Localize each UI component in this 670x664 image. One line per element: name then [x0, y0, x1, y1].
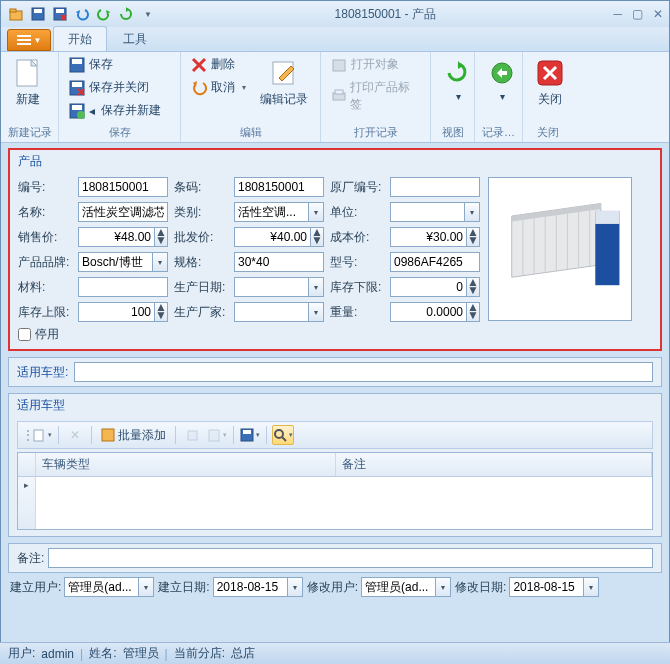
field-maxstock[interactable] — [78, 302, 154, 322]
weight-spinner[interactable]: ▲▼ — [466, 302, 480, 322]
grid-corner[interactable] — [18, 453, 36, 476]
grid-empty-area[interactable] — [36, 477, 652, 529]
label-barcode: 条码: — [174, 179, 228, 196]
toolbar-grip-icon: ⋮ — [22, 428, 28, 442]
field-category[interactable] — [234, 202, 308, 222]
field-unit[interactable] — [390, 202, 464, 222]
field-barcode[interactable] — [234, 177, 324, 197]
svg-rect-45 — [209, 430, 219, 441]
qat-saveclose-icon[interactable] — [51, 5, 69, 23]
applicable-inline-field[interactable] — [74, 362, 653, 382]
disabled-checkbox[interactable]: 停用 — [18, 326, 652, 343]
svg-rect-19 — [72, 105, 82, 110]
label-spec: 规格: — [174, 254, 228, 271]
create-date-dd-icon[interactable]: ▾ — [287, 577, 303, 597]
group-edit-label: 编辑 — [187, 124, 314, 142]
cancel-button[interactable]: 取消▾ — [187, 77, 250, 98]
product-image[interactable] — [488, 177, 632, 321]
field-model[interactable] — [390, 252, 480, 272]
unit-dropdown-icon[interactable]: ▾ — [464, 202, 480, 222]
status-name: 管理员 — [123, 645, 159, 662]
field-mfg[interactable] — [234, 302, 308, 322]
label-cost: 成本价: — [330, 229, 384, 246]
create-user-dd-icon[interactable]: ▾ — [138, 577, 154, 597]
svg-rect-41 — [595, 211, 619, 224]
mod-user-dd-icon[interactable]: ▾ — [435, 577, 451, 597]
status-user-label: 用户: — [8, 645, 35, 662]
category-dropdown-icon[interactable]: ▾ — [308, 202, 324, 222]
tb-copy-icon[interactable] — [181, 425, 203, 445]
svg-rect-8 — [17, 35, 31, 37]
save-button[interactable]: 保存 — [65, 54, 165, 75]
create-user-field[interactable] — [64, 577, 138, 597]
tab-tools[interactable]: 工具 — [109, 27, 161, 51]
qat-dropdown-icon[interactable]: ▼ — [139, 5, 157, 23]
qat-undo-icon[interactable] — [73, 5, 91, 23]
field-wholesale[interactable] — [234, 227, 310, 247]
svg-rect-1 — [10, 9, 16, 12]
field-minstock[interactable] — [390, 277, 466, 297]
status-branch: 总店 — [231, 645, 255, 662]
tb-search-icon[interactable]: ▾ — [272, 425, 294, 445]
col-vehicle[interactable]: 车辆类型 — [36, 453, 336, 476]
label-wholesale: 批发价: — [174, 229, 228, 246]
remark-field[interactable] — [48, 548, 653, 568]
brand-dropdown-icon[interactable]: ▾ — [152, 252, 168, 272]
ribbon: 新建 新建记录 保存 保存并关闭 ◂保存并新建 保存 删除 取消▾ 编辑记录 编… — [1, 51, 669, 143]
maximize-button[interactable]: ▢ — [632, 7, 643, 21]
tb-new-icon[interactable]: ▾ — [31, 425, 53, 445]
label-weight: 重量: — [330, 304, 384, 321]
save-close-button[interactable]: 保存并关闭 — [65, 77, 165, 98]
label-material: 材料: — [18, 279, 72, 296]
minimize-button[interactable]: ─ — [613, 7, 622, 21]
tb-save-icon[interactable]: ▾ — [239, 425, 261, 445]
qat-refresh-icon[interactable] — [117, 5, 135, 23]
create-date-field[interactable] — [213, 577, 287, 597]
close-window-button[interactable]: ✕ — [653, 7, 663, 21]
field-spec[interactable] — [234, 252, 324, 272]
cost-spinner[interactable]: ▲▼ — [466, 227, 480, 247]
applicable-panel: 适用车型 ⋮ ▾ ✕ 批量添加 ▾ ▾ ▾ 车辆类型 备注 ▸ — [8, 393, 662, 537]
save-new-button[interactable]: ◂保存并新建 — [65, 100, 165, 121]
mod-date-field[interactable] — [509, 577, 583, 597]
view-button[interactable]: ▾ — [437, 54, 479, 106]
close-button[interactable]: 关闭 — [529, 54, 571, 112]
wholesale-spinner[interactable]: ▲▼ — [310, 227, 324, 247]
applicable-inline-label: 适用车型: — [17, 364, 68, 381]
field-cost[interactable] — [390, 227, 466, 247]
tb-delete-icon[interactable]: ✕ — [64, 425, 86, 445]
mfgdate-dropdown-icon[interactable]: ▾ — [308, 277, 324, 297]
field-oem[interactable] — [390, 177, 480, 197]
status-bar: 用户: admin | 姓名: 管理员 | 当前分店: 总店 — [0, 642, 670, 664]
tb-paste-icon[interactable]: ▾ — [206, 425, 228, 445]
app-menu-button[interactable]: ▼ — [7, 29, 51, 51]
mfg-dropdown-icon[interactable]: ▾ — [308, 302, 324, 322]
maxstock-spinner[interactable]: ▲▼ — [154, 302, 168, 322]
minstock-spinner[interactable]: ▲▼ — [466, 277, 480, 297]
title-bar: ▼ 1808150001 - 产品 ─ ▢ ✕ — [1, 1, 669, 27]
new-button[interactable]: 新建 — [7, 54, 49, 112]
field-material[interactable] — [78, 277, 168, 297]
delete-button[interactable]: 删除 — [187, 54, 250, 75]
mod-date-dd-icon[interactable]: ▾ — [583, 577, 599, 597]
qat-save-icon[interactable] — [29, 5, 47, 23]
qat-redo-icon[interactable] — [95, 5, 113, 23]
records-button[interactable]: ▾ — [481, 54, 523, 106]
tab-start[interactable]: 开始 — [53, 26, 107, 51]
svg-rect-47 — [243, 430, 251, 434]
mod-user-field[interactable] — [361, 577, 435, 597]
group-openrec-label: 打开记录 — [327, 124, 424, 142]
svg-rect-15 — [72, 82, 82, 87]
tb-batch-add-icon[interactable]: 批量添加 — [97, 425, 170, 445]
group-view-label: 视图 — [437, 124, 468, 142]
field-name[interactable] — [78, 202, 168, 222]
field-weight[interactable] — [390, 302, 466, 322]
field-saleprice[interactable] — [78, 227, 154, 247]
field-brand[interactable] — [78, 252, 152, 272]
field-code[interactable] — [78, 177, 168, 197]
saleprice-spinner[interactable]: ▲▼ — [154, 227, 168, 247]
edit-record-button[interactable]: 编辑记录 — [254, 54, 314, 112]
col-remark[interactable]: 备注 — [336, 453, 652, 476]
field-mfgdate[interactable] — [234, 277, 308, 297]
group-newrec-label: 新建记录 — [7, 124, 52, 142]
